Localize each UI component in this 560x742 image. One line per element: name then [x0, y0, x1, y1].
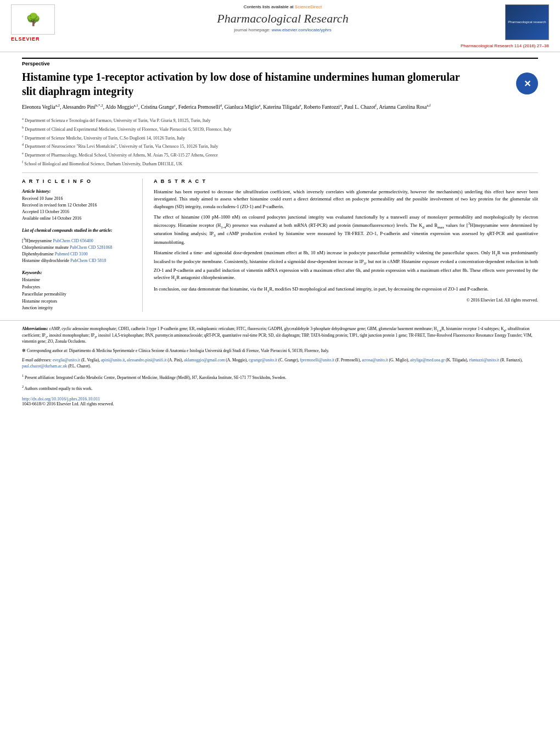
- corresponding-author: ✼ Corresponding author at: Dipartimento …: [22, 348, 538, 354]
- email-tiligada[interactable]: aityliga@med.uoa.gr: [410, 358, 445, 362]
- email-miglio[interactable]: acrosa@unito.it: [362, 358, 388, 362]
- contents-line: Contents lists available at ScienceDirec…: [71, 4, 494, 9]
- elsevier-wordmark: ELSEVIER: [11, 36, 40, 42]
- abstract-para-4: In conclusion, our data demonstrate that…: [154, 286, 538, 294]
- chemical-4: Histamine dihydrochloride PubChem CID 58…: [22, 258, 134, 264]
- abstract-para-3: Histamine elicited a time- and sigmoidal…: [154, 249, 538, 282]
- affiliation-d: d Department of Neuroscience "Rita Levi …: [22, 142, 538, 150]
- homepage-link[interactable]: www.elsevier.com/locate/yphrs: [272, 27, 332, 32]
- chemicals-label: List of chemical compounds studied in th…: [22, 227, 134, 233]
- page: 🌳 ELSEVIER Contents lists available at S…: [0, 0, 560, 742]
- keywords-list: Histamine Podocytes Paracellular permeab…: [22, 277, 134, 312]
- abstract-column: A B S T R A C T Histamine has been repor…: [154, 178, 538, 312]
- keyword-4: Histamine receptors: [22, 298, 134, 305]
- email-premoselli[interactable]: fpremoselli@unito.it: [300, 358, 335, 362]
- journal-title: Pharmacological Research: [71, 12, 494, 26]
- journal-homepage: journal homepage: www.elsevier.com/locat…: [71, 27, 494, 32]
- abstract-heading: A B S T R A C T: [154, 178, 538, 184]
- email-pini-2[interactable]: alessandro.pini@unifi.it: [127, 358, 166, 362]
- email-addresses: E-mail addresses: eveglia@unito.it (E. V…: [22, 358, 538, 370]
- email-chazot[interactable]: paul.chazot@durham.ac.uk: [22, 364, 67, 369]
- keyword-5: Junction integrity: [22, 305, 134, 312]
- sciencedirect-link[interactable]: ScienceDirect: [295, 4, 322, 9]
- crossmark-badge: ✕: [516, 72, 538, 94]
- header-center: Contents lists available at ScienceDirec…: [60, 4, 505, 32]
- affiliation-f: f School of Biological and Biomedical Sc…: [22, 159, 538, 168]
- doi-section: http://dx.doi.org/10.1016/j.phrs.2016.10…: [22, 396, 538, 406]
- article-info-column: A R T I C L E I N F O Article history: R…: [22, 178, 143, 312]
- affiliation-e: e Department of Pharmacology, Medical Sc…: [22, 150, 538, 159]
- email-pini-1[interactable]: apini@unito.it: [101, 358, 125, 362]
- history-label: Article history:: [22, 188, 134, 194]
- section-divider: [22, 172, 538, 173]
- chem-link-2[interactable]: PubChem CID 5281068: [70, 245, 112, 250]
- pharmacological-research-logo: Pharmacological research: [505, 4, 549, 40]
- email-fantozzi[interactable]: rfantazzi@unito.it: [469, 358, 499, 362]
- keywords-section: Keywords: Histamine Podocytes Paracellul…: [22, 270, 134, 312]
- note-1: 1 Present affiliation: Integrated Cardio…: [22, 373, 538, 381]
- title-row: Histamine type 1-receptor activation by …: [22, 70, 538, 98]
- abstract-para-2: The effect of histamine (100 pM–1000 nM)…: [154, 214, 538, 246]
- abbreviations: Abbreviations: cAMP, cyclic adenosine mo…: [22, 326, 538, 345]
- authors-list: Eleonora Vegliaa,2, Alessandro Pinib,*,2…: [22, 103, 538, 111]
- article-title: Histamine type 1-receptor activation by …: [22, 70, 472, 98]
- email-moggio[interactable]: aklamoggio@gmail.com: [184, 358, 225, 362]
- article-type-label: Perspective: [22, 58, 538, 66]
- main-content: A R T I C L E I N F O Article history: R…: [0, 178, 560, 312]
- affiliations-list: a Department of Scienza e Tecnologia del…: [22, 116, 538, 167]
- chem-link-1[interactable]: PubChem CID 656400: [53, 238, 93, 243]
- abstract-para-1: Histamine has been reported to decrease …: [154, 188, 538, 210]
- keyword-3: Paracellular permeability: [22, 291, 134, 298]
- affiliation-c: c Department of Scienze Mediche, Univers…: [22, 133, 538, 142]
- article-info-heading: A R T I C L E I N F O: [22, 178, 134, 184]
- elsevier-logo: 🌳 ELSEVIER: [11, 4, 60, 42]
- note-2: 2 Authors contributed equally to this wo…: [22, 384, 538, 392]
- abstract-text: Histamine has been reported to decrease …: [154, 188, 538, 294]
- email-grange[interactable]: cgrange@unito.it: [249, 358, 277, 362]
- accepted-date: Accepted 13 October 2016: [22, 209, 134, 215]
- available-date: Available online 14 October 2016: [22, 215, 134, 222]
- pharm-citation: Pharmacological Research 114 (2016) 27–3…: [11, 43, 549, 48]
- article-section: Perspective Histamine type 1-receptor ac…: [0, 52, 560, 167]
- chem-link-3[interactable]: Pubmed CID 3100: [55, 252, 88, 256]
- elsevier-logo-box: 🌳: [11, 4, 55, 35]
- chem-link-4[interactable]: PubChem CID 5818: [70, 258, 106, 263]
- footer-section: Abbreviations: cAMP, cyclic adenosine mo…: [0, 320, 560, 409]
- received-date: Received 10 June 2016: [22, 196, 134, 202]
- keyword-1: Histamine: [22, 277, 134, 284]
- keyword-2: Podocytes: [22, 284, 134, 291]
- doi-link[interactable]: http://dx.doi.org/10.1016/j.phrs.2016.10…: [22, 397, 100, 401]
- affiliation-b: b Department of Clinical and Experimenta…: [22, 125, 538, 133]
- chemical-3: Diphenhydramine Pubmed CID 3100: [22, 251, 134, 258]
- chemicals-list: [3H]mepyramine PubChem CID 656400 Chlorp…: [22, 236, 134, 264]
- elsevier-tree-icon: 🌳: [26, 14, 41, 26]
- revised-date: Received in revised form 12 October 2016: [22, 202, 134, 209]
- copyright-notice: © 2016 Elsevier Ltd. All rights reserved…: [154, 298, 538, 303]
- journal-header: 🌳 ELSEVIER Contents lists available at S…: [0, 0, 560, 52]
- keywords-label: Keywords:: [22, 270, 134, 275]
- affiliation-a: a Department of Scienza e Tecnologia del…: [22, 116, 538, 124]
- chemical-1: [3H]mepyramine PubChem CID 656400: [22, 236, 134, 244]
- chemical-2: Chlorpheniramine maleate PubChem CID 528…: [22, 244, 134, 251]
- email-veglia[interactable]: eveglia@unito.it: [53, 358, 80, 362]
- issn-text: 1043-6618/© 2016 Elsevier Ltd. All right…: [22, 401, 538, 406]
